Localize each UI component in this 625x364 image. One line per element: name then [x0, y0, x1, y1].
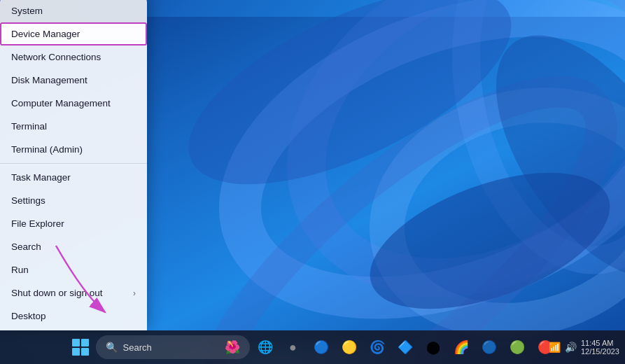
menu-item-run-label: Run	[11, 265, 29, 275]
menu-divider-1	[0, 163, 147, 164]
menu-item-shut-down-label: Shut down or sign out	[11, 288, 103, 298]
menu-item-file-explorer-label: File Explorer	[11, 218, 64, 229]
taskbar-icon-app8[interactable]: 🔵	[477, 335, 502, 360]
menu-item-search-label: Search	[11, 241, 41, 252]
chevron-right-icon: ›	[133, 288, 136, 298]
menu-item-computer-management-label: Computer Management	[11, 98, 111, 108]
menu-item-device-manager-label: Device Manager	[11, 29, 80, 39]
menu-item-desktop-label: Desktop	[11, 311, 46, 321]
wifi-icon[interactable]: 📶	[549, 342, 561, 353]
taskbar-icon-app5[interactable]: 🔷	[393, 335, 418, 360]
windows-logo-icon	[72, 339, 89, 356]
menu-item-terminal[interactable]: Terminal	[0, 115, 147, 138]
menu-item-run[interactable]: Run	[0, 258, 147, 281]
menu-item-disk-management[interactable]: Disk Management	[0, 69, 147, 92]
search-icon: 🔍	[106, 342, 118, 353]
taskbar-system-tray: 📶 🔊 11:45 AM12/15/2023	[549, 339, 619, 356]
menu-item-disk-management-label: Disk Management	[11, 75, 87, 85]
menu-item-system-label: System	[11, 6, 43, 16]
taskbar: 🔍 Search 🌺 🌐 ● 🔵 🟡 🌀 🔷 ⬤ 🌈 🔵 🟢 🔴 📶 🔊 11:…	[0, 330, 625, 364]
volume-icon[interactable]: 🔊	[565, 342, 577, 353]
search-emoji: 🌺	[225, 340, 240, 355]
menu-item-network-connections-label: Network Connections	[11, 52, 101, 62]
taskbar-icon-app4[interactable]: 🌀	[365, 335, 390, 360]
menu-item-desktop[interactable]: Desktop	[0, 304, 147, 328]
menu-item-computer-management[interactable]: Computer Management	[0, 92, 147, 115]
menu-item-file-explorer[interactable]: File Explorer	[0, 212, 147, 235]
taskbar-icon-app7[interactable]: 🌈	[449, 335, 474, 360]
context-menu: System Device Manager Network Connection…	[0, 0, 147, 330]
taskbar-icon-app6[interactable]: ⬤	[421, 335, 446, 360]
taskbar-icon-app1[interactable]: ●	[281, 335, 306, 360]
menu-item-device-manager[interactable]: Device Manager	[0, 22, 147, 46]
menu-item-search[interactable]: Search	[0, 235, 147, 258]
taskbar-search-label: Search	[123, 342, 152, 353]
taskbar-icon-edge[interactable]: 🌐	[253, 335, 278, 360]
taskbar-search-bar[interactable]: 🔍 Search 🌺	[96, 335, 250, 359]
start-button[interactable]	[68, 335, 93, 360]
menu-item-shut-down[interactable]: Shut down or sign out ›	[0, 281, 147, 304]
menu-item-terminal-admin[interactable]: Terminal (Admin)	[0, 138, 147, 161]
menu-item-terminal-admin-label: Terminal (Admin)	[11, 144, 83, 155]
taskbar-icon-app2[interactable]: 🔵	[309, 335, 334, 360]
desktop: System Device Manager Network Connection…	[0, 0, 625, 364]
taskbar-icon-app3[interactable]: 🟡	[337, 335, 362, 360]
menu-item-settings[interactable]: Settings	[0, 189, 147, 212]
menu-item-settings-label: Settings	[11, 195, 45, 206]
taskbar-center: 🔍 Search 🌺 🌐 ● 🔵 🟡 🌀 🔷 ⬤ 🌈 🔵 🟢 🔴	[68, 335, 558, 360]
taskbar-icon-app9[interactable]: 🟢	[505, 335, 530, 360]
menu-item-terminal-label: Terminal	[11, 121, 47, 132]
menu-item-network-connections[interactable]: Network Connections	[0, 46, 147, 69]
menu-item-task-manager-label: Task Manager	[11, 172, 71, 183]
menu-item-task-manager[interactable]: Task Manager	[0, 166, 147, 189]
menu-item-system[interactable]: System	[0, 0, 147, 22]
clock: 11:45 AM12/15/2023	[581, 339, 619, 356]
